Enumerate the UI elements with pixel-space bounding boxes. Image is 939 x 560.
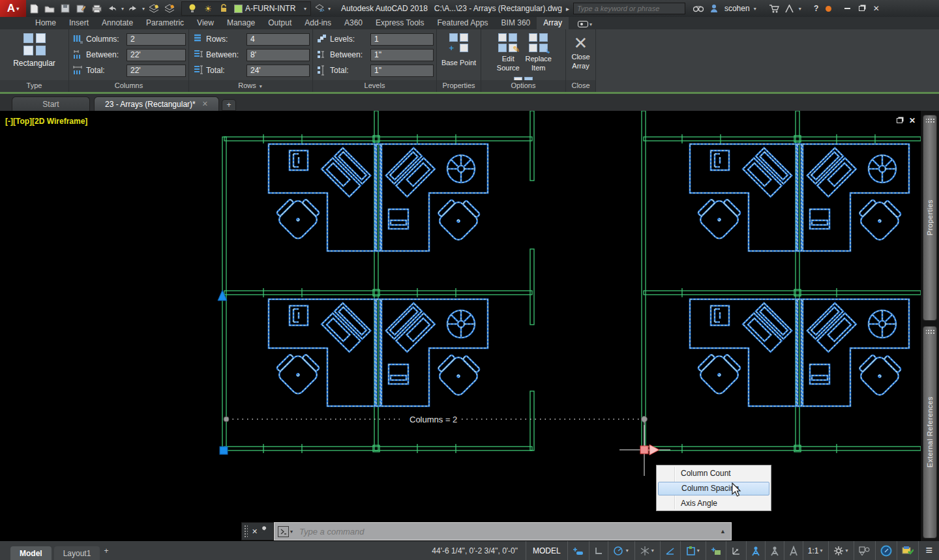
command-close-icon[interactable]: ✕	[252, 527, 258, 536]
external-references-palette-tab[interactable]: External References	[923, 326, 937, 538]
viewport-controls-label[interactable]: [-][Top][2D Wireframe]	[5, 117, 87, 126]
tab-manage[interactable]: Manage	[220, 17, 261, 29]
tab-home[interactable]: Home	[29, 17, 63, 29]
undo-icon[interactable]	[105, 2, 119, 15]
graphics-performance-icon[interactable]	[875, 541, 897, 560]
save-icon[interactable]	[58, 2, 72, 15]
array-furniture[interactable]	[269, 144, 909, 406]
annotation-visibility-icon[interactable]	[746, 541, 765, 560]
model-tab[interactable]: Model	[10, 546, 52, 560]
tab-featured-apps[interactable]: Featured Apps	[431, 17, 495, 29]
file-tab-close-icon[interactable]: ✕	[202, 100, 208, 108]
replace-item-button[interactable]: ↳ Replace Item	[525, 33, 552, 73]
polar-tracking-icon[interactable]: ▾	[608, 541, 634, 560]
snap-mode-icon[interactable]	[567, 541, 589, 560]
edit-source-button[interactable]: ✎ Edit Source	[494, 33, 522, 73]
command-input-field[interactable]: ▾ ▲	[274, 522, 732, 540]
command-prompt-icon[interactable]	[278, 526, 289, 537]
annotation-scale-icon[interactable]	[784, 541, 803, 560]
isometric-drafting-icon[interactable]: ▾	[634, 541, 660, 560]
redo-icon[interactable]	[126, 2, 140, 15]
object-snap-tracking-icon[interactable]	[660, 541, 680, 560]
save-as-icon[interactable]	[74, 2, 88, 15]
rows-total-input[interactable]	[246, 65, 310, 77]
layer-properties-icon[interactable]	[147, 2, 161, 15]
row-grip-triangle[interactable]	[218, 290, 227, 301]
file-tab-active[interactable]: 23 - Arrays (Rectangular)*✕	[94, 96, 219, 111]
autodesk-share-icon[interactable]	[782, 2, 797, 15]
layer-on-bulb-icon[interactable]	[185, 2, 200, 15]
command-input[interactable]	[294, 527, 720, 537]
app-menu-button[interactable]: A▾	[0, 0, 26, 17]
help-icon[interactable]: ?	[809, 2, 824, 15]
spacing-grip-right[interactable]	[642, 417, 648, 422]
tab-output[interactable]: Output	[261, 17, 298, 29]
command-wrench-icon[interactable]	[260, 525, 268, 537]
search-input[interactable]	[574, 3, 685, 14]
model-space-button[interactable]: MODEL	[526, 541, 567, 560]
hover-grip-square[interactable]	[640, 446, 648, 454]
file-tab-start[interactable]: Start	[12, 96, 90, 111]
menu-item-axis-angle[interactable]: Axis Angle	[658, 497, 769, 510]
layer-name[interactable]: A-FURN-INTR	[245, 4, 303, 13]
levels-total-input[interactable]	[370, 65, 434, 77]
drawing-restore-button[interactable]	[897, 116, 902, 125]
search-binoculars-icon[interactable]	[691, 2, 706, 15]
layer-dropdown-caret-icon[interactable]: ▾	[304, 6, 306, 12]
base-grip-square[interactable]	[220, 447, 228, 454]
rows-count-input[interactable]	[246, 33, 310, 46]
new-file-icon[interactable]	[27, 2, 41, 15]
plot-details-icon[interactable]	[897, 541, 918, 560]
new-layout-button[interactable]: +	[104, 546, 108, 555]
autoscale-icon[interactable]	[765, 541, 784, 560]
close-array-button[interactable]: ✕ Close Array	[567, 33, 595, 71]
layer-thaw-sun-icon[interactable]: ☀	[201, 2, 215, 15]
infer-constraints-icon[interactable]	[706, 541, 726, 560]
plot-icon[interactable]	[89, 2, 104, 15]
object-snap-icon[interactable]: ▾	[680, 541, 706, 560]
drawing-viewport[interactable]: Columns = 2 [-][Top][2D Wireframe] ✕	[0, 111, 921, 541]
rows-panel-label[interactable]: Rows ▾	[189, 80, 312, 92]
user-name[interactable]: scohen	[724, 4, 750, 13]
redo-caret-icon[interactable]: ▾	[142, 6, 145, 12]
command-line-handle[interactable]: ✕	[241, 522, 274, 540]
drawing-close-button[interactable]: ✕	[909, 116, 916, 125]
app-store-cart-icon[interactable]	[767, 2, 781, 15]
spacing-grip-left[interactable]	[224, 417, 229, 422]
ortho-mode-icon[interactable]	[589, 541, 608, 560]
tab-express-tools[interactable]: Express Tools	[369, 17, 430, 29]
columns-total-input[interactable]	[127, 65, 186, 77]
dynamic-ucs-icon[interactable]	[726, 541, 746, 560]
share-caret-icon[interactable]: ▾	[799, 6, 801, 12]
minimize-button[interactable]	[841, 3, 855, 14]
tab-bim360[interactable]: BIM 360	[495, 17, 537, 29]
annotation-scale-value[interactable]: 1:1▾	[803, 541, 829, 560]
rectangular-type-button[interactable]: Rectangular	[0, 29, 68, 80]
menu-item-column-count[interactable]: Column Count	[658, 467, 769, 480]
layout1-tab[interactable]: Layout1	[54, 546, 100, 560]
levels-between-input[interactable]	[370, 49, 434, 61]
user-icon[interactable]	[707, 2, 721, 15]
layer-filter-icon[interactable]	[312, 2, 326, 15]
rows-between-input[interactable]	[246, 49, 310, 61]
workspace-gear-icon[interactable]: ▾	[828, 541, 854, 560]
search-box[interactable]	[573, 3, 685, 14]
command-history-caret-icon[interactable]: ▾	[290, 529, 293, 535]
base-point-button[interactable]: + Base Point	[437, 29, 481, 80]
tab-addins[interactable]: Add-ins	[298, 17, 338, 29]
user-caret-icon[interactable]: ▾	[754, 6, 756, 12]
undo-caret-icon[interactable]: ▾	[121, 6, 124, 12]
close-button[interactable]: ✕	[869, 3, 884, 14]
layer-filter-caret-icon[interactable]: ▾	[328, 6, 331, 12]
customization-menu-icon[interactable]: ≡	[918, 541, 939, 560]
layer-color-swatch[interactable]	[234, 5, 243, 13]
new-file-tab-button[interactable]: +	[222, 99, 236, 111]
menu-item-column-spacing[interactable]: Column Spacing	[658, 482, 769, 495]
drag-grip-icon[interactable]	[244, 525, 248, 538]
command-expand-icon[interactable]: ▲	[720, 528, 726, 535]
levels-count-input[interactable]	[370, 33, 434, 46]
drawing-canvas[interactable]: Columns = 2	[0, 111, 921, 541]
restore-button[interactable]	[855, 3, 869, 14]
layer-state-icon[interactable]	[162, 2, 177, 15]
open-folder-icon[interactable]	[42, 2, 57, 15]
